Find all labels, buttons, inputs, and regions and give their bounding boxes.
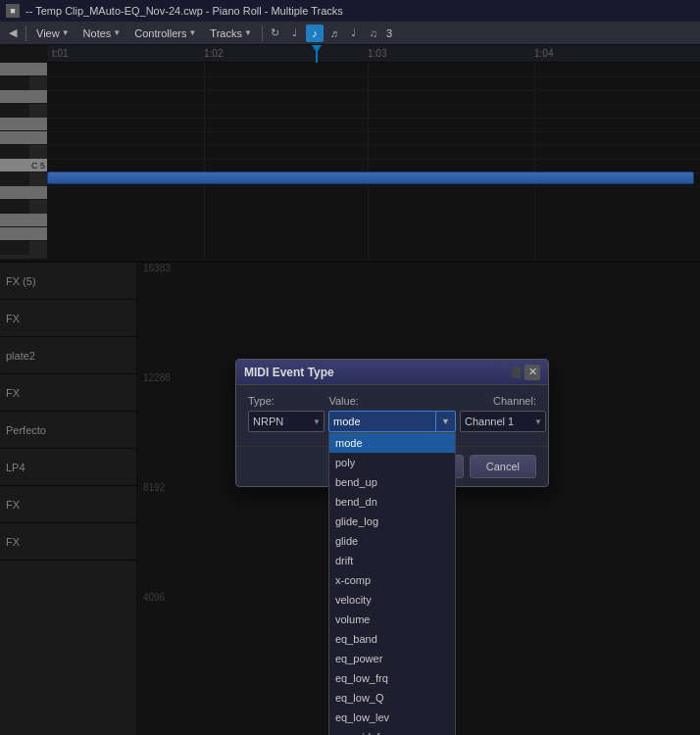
dialog-body: Type: Value: Channel: NRPN CC RPN SYSEX — [236, 385, 548, 446]
dropdown-item-eq-low-frq[interactable]: eq_low_frq — [329, 668, 455, 688]
dropdown-item-mode[interactable]: mode — [329, 433, 455, 453]
dropdown-item-drift[interactable]: drift — [329, 551, 455, 570]
menu-view[interactable]: View ▼ — [30, 25, 75, 41]
dialog-title: MIDI Event Type — [244, 366, 334, 379]
app-icon: ■ — [6, 4, 20, 18]
menu-bar: ◀ View ▼ Notes ▼ Controllers ▼ Tracks ▼ … — [0, 22, 700, 45]
dialog-labels-row: Type: Value: Channel: — [248, 395, 536, 407]
dropdown-item-eq-low-lev[interactable]: eq_low_lev — [329, 708, 455, 727]
note-quarter-icon[interactable]: ♩ — [286, 24, 304, 42]
separator — [25, 25, 26, 41]
loop-icon[interactable]: ↻ — [267, 24, 284, 42]
back-button[interactable]: ◀ — [4, 24, 22, 42]
type-select[interactable]: NRPN CC RPN SYSEX — [248, 411, 325, 432]
menu-notes[interactable]: Notes ▼ — [77, 25, 127, 41]
cancel-button[interactable]: Cancel — [470, 455, 536, 478]
dialog-controls-row: NRPN CC RPN SYSEX ▼ — [248, 411, 536, 432]
dialog-resize-handle[interactable] — [513, 367, 521, 378]
value-label: Value: — [328, 395, 454, 407]
dropdown-item-eq-low-q[interactable]: eq_low_Q — [329, 688, 455, 708]
value-wrapper: ▼ mode poly bend_up bend_dn glide_log gl… — [328, 411, 456, 432]
channel-select[interactable]: Channel 1 Channel 2 Channel 3 Channel 4 … — [460, 411, 546, 432]
note-icon5[interactable]: ♫ — [365, 24, 382, 42]
piano-roll: t:01 1:02 1:03 1:04 C 5 — [0, 45, 700, 735]
menu-controllers[interactable]: Controllers ▼ — [128, 25, 202, 41]
dropdown-item-poly[interactable]: poly — [329, 453, 455, 472]
type-label: Type: — [248, 395, 325, 407]
dropdown-item-glide-log[interactable]: glide_log — [329, 512, 455, 531]
dialog-titlebar: MIDI Event Type ✕ — [236, 360, 548, 385]
dropdown-item-eq-mid-frq[interactable]: eq_mid_frq — [329, 727, 455, 735]
dropdown-item-eq-band[interactable]: eq_band — [329, 629, 455, 649]
dialog-overlay: MIDI Event Type ✕ Type: Value: Channel: — [0, 45, 700, 735]
value-input-row: ▼ — [328, 411, 456, 432]
dropdown-item-volume[interactable]: volume — [329, 610, 455, 629]
dialog-close-button[interactable]: ✕ — [525, 365, 540, 380]
dropdown-item-glide[interactable]: glide — [329, 531, 455, 551]
title-bar: ■ -- Temp Clip_MAuto-EQ_Nov-24.cwp - Pia… — [0, 0, 700, 22]
dropdown-item-eq-power[interactable]: eq_power — [329, 649, 455, 668]
title-text: -- Temp Clip_MAuto-EQ_Nov-24.cwp - Piano… — [25, 5, 343, 17]
menu-tracks[interactable]: Tracks ▼ — [204, 25, 258, 41]
dropdown-item-bend-up[interactable]: bend_up — [329, 472, 455, 492]
dropdown-item-bend-dn[interactable]: bend_dn — [329, 492, 455, 512]
dropdown-item-x-comp[interactable]: x-comp — [329, 570, 455, 590]
dropdown-item-velocity[interactable]: velocity — [329, 590, 455, 610]
toolbar-number: 3 — [384, 27, 394, 39]
channel-select-wrapper: Channel 1 Channel 2 Channel 3 Channel 4 … — [460, 411, 546, 432]
midi-event-dialog: MIDI Event Type ✕ Type: Value: Channel: — [235, 359, 549, 487]
value-input[interactable] — [328, 411, 436, 432]
note-eighth-icon[interactable]: ♪ — [306, 24, 324, 42]
value-dropdown-list[interactable]: mode poly bend_up bend_dn glide_log glid… — [328, 432, 456, 735]
type-select-wrapper: NRPN CC RPN SYSEX — [248, 411, 325, 432]
note-icon3[interactable]: ♬ — [325, 24, 343, 42]
separator2 — [262, 25, 263, 41]
value-dropdown-button[interactable]: ▼ — [436, 411, 456, 432]
channel-label: Channel: — [493, 395, 536, 407]
note-icon4[interactable]: ♩ — [345, 24, 363, 42]
